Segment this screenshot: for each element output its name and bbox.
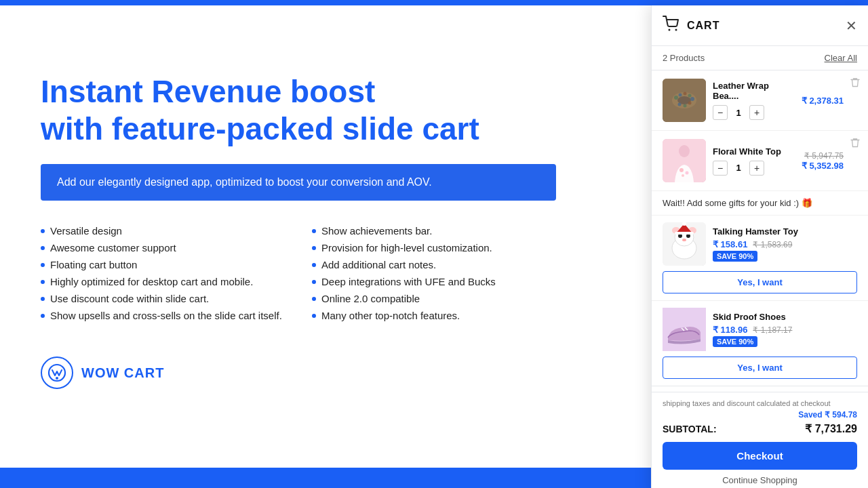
qty-increase-floral[interactable]: +	[749, 161, 764, 176]
qty-value-leather: 1	[733, 108, 744, 118]
feature-item: Show achievements bar.	[312, 222, 556, 239]
save-badge-shoes: SAVE 90%	[713, 336, 757, 347]
cart-item-price-floral: ₹ 5,947.75 ₹ 5,352.98	[802, 151, 857, 171]
cart-footer: shipping taxes and discount calculated a…	[652, 392, 868, 488]
svg-point-12	[688, 102, 692, 105]
svg-point-11	[690, 97, 694, 101]
gift-item-row-hamster: Talking Hamster Toy ₹ 158.61 ₹ 1,583.69 …	[663, 222, 857, 266]
bullet-icon	[312, 280, 316, 284]
cart-item-details-leather: Leather Wrap Bea.... − 1 +	[713, 81, 795, 120]
svg-point-9	[684, 92, 687, 96]
feature-item: Use discount code within slide cart.	[41, 290, 285, 307]
gift-item-image-hamster	[663, 222, 706, 266]
subtitle-bar: Add our elegantly designed app, optimize…	[41, 164, 556, 201]
top-bar	[0, 0, 868, 5]
bullet-icon	[41, 246, 45, 250]
feature-item: Many other top-notch features.	[312, 307, 556, 324]
gift-item-details-hamster: Talking Hamster Toy ₹ 158.61 ₹ 1,583.69 …	[713, 226, 857, 262]
qty-control-floral: − 1 +	[713, 161, 795, 176]
cart-subheader: 2 Products Clear All	[652, 46, 868, 70]
feature-col-left: Versatile design Awesome customer suppor…	[41, 222, 285, 324]
svg-point-14	[678, 103, 682, 106]
brand-footer: WOW CART	[41, 357, 610, 389]
svg-point-1	[56, 377, 58, 380]
checkout-button[interactable]: Checkout	[663, 442, 857, 470]
svg-point-27	[682, 239, 686, 241]
cart-item-price-leather: ₹ 2,378.31	[802, 94, 857, 106]
svg-point-10	[688, 94, 692, 98]
cart-body: Leather Wrap Bea.... − 1 + ₹ 2,378.31	[652, 70, 868, 392]
bullet-icon	[312, 297, 316, 301]
yes-i-want-shoes[interactable]: Yes, I want	[663, 357, 857, 379]
cart-item-name-floral: Floral White Top	[713, 146, 795, 157]
svg-point-18	[686, 171, 689, 175]
bullet-icon	[41, 229, 45, 233]
cart-header-left: CART	[663, 16, 719, 36]
cart-header: CART ✕	[652, 5, 868, 46]
gift-item-details-shoes: Skid Proof Shoes ₹ 118.96 ₹ 1,187.17 SAV…	[713, 312, 857, 347]
svg-point-19	[682, 174, 684, 177]
bottom-bar	[0, 468, 651, 488]
feature-item: Awesome customer support	[41, 239, 285, 256]
cart-close-button[interactable]: ✕	[846, 18, 857, 34]
cart-item-leather: Leather Wrap Bea.... − 1 + ₹ 2,378.31	[652, 70, 868, 131]
feature-item: Provision for high-level customization.	[312, 239, 556, 256]
cart-item-image-floral	[663, 139, 706, 182]
clear-all-button[interactable]: Clear All	[825, 53, 857, 63]
feature-item: Deep integrations with UFE and Bucks	[312, 273, 556, 290]
feature-item: Online 2.0 compatible	[312, 290, 556, 307]
cart-panel: CART ✕ 2 Products Clear All	[651, 5, 868, 488]
bullet-icon	[41, 280, 45, 284]
qty-increase-leather[interactable]: +	[749, 105, 764, 120]
bullet-icon	[41, 263, 45, 267]
cart-item-image-leather	[663, 79, 706, 122]
svg-point-3	[675, 28, 677, 30]
main-headline: Instant Revenue boost with feature-packe…	[41, 73, 610, 148]
qty-decrease-floral[interactable]: −	[713, 161, 728, 176]
delete-item-floral[interactable]	[850, 138, 860, 150]
svg-point-8	[679, 94, 682, 97]
feature-item: Floating cart button	[41, 256, 285, 273]
feature-item: Highly optimized for desktop cart and mo…	[41, 273, 285, 290]
gift-item-row-shoes: Skid Proof Shoes ₹ 118.96 ₹ 1,187.17 SAV…	[663, 308, 857, 351]
qty-decrease-leather[interactable]: −	[713, 105, 728, 120]
bullet-icon	[312, 263, 316, 267]
continue-shopping-link[interactable]: Continue Shopping	[663, 475, 857, 485]
delete-item-leather[interactable]	[850, 77, 860, 90]
gifts-header: Wait!! Add some gifts for your kid :) 🎁	[652, 191, 868, 215]
svg-point-2	[669, 28, 671, 30]
gift-price-row-shoes: ₹ 118.96 ₹ 1,187.17	[713, 325, 857, 335]
gifts-section: Wait!! Add some gifts for your kid :) 🎁	[652, 191, 868, 386]
yes-i-want-hamster[interactable]: Yes, I want	[663, 271, 857, 293]
main-content: Instant Revenue boost with feature-packe…	[0, 5, 651, 488]
qty-value-floral: 1	[733, 163, 744, 173]
gift-item-name-hamster: Talking Hamster Toy	[713, 226, 857, 237]
cart-item-details-floral: Floral White Top − 1 +	[713, 146, 795, 176]
feature-item: Add additional cart notes.	[312, 256, 556, 273]
bullet-icon	[41, 297, 45, 301]
save-badge-hamster: SAVE 90%	[713, 251, 757, 262]
products-count: 2 Products	[663, 53, 705, 63]
subtotal-row: SUBTOTAL: ₹ 7,731.29	[663, 422, 857, 435]
bullet-icon	[312, 314, 316, 318]
shipping-note: shipping taxes and discount calculated a…	[663, 399, 857, 407]
feature-item: Versatile design	[41, 222, 285, 239]
brand-logo-icon	[41, 357, 73, 389]
gift-item-hamster: Talking Hamster Toy ₹ 158.61 ₹ 1,583.69 …	[652, 215, 868, 300]
svg-point-7	[674, 96, 678, 100]
subtotal-value: ₹ 7,731.29	[805, 422, 857, 435]
gift-item-shoes: Skid Proof Shoes ₹ 118.96 ₹ 1,187.17 SAV…	[652, 300, 868, 386]
gift-item-name-shoes: Skid Proof Shoes	[713, 312, 857, 322]
gift-price-row-hamster: ₹ 158.61 ₹ 1,583.69	[713, 239, 857, 249]
svg-point-17	[679, 168, 684, 172]
svg-rect-28	[675, 232, 694, 235]
brand-name-label: WOW CART	[81, 365, 164, 381]
bullet-icon	[41, 314, 45, 318]
cart-title: CART	[687, 20, 719, 32]
saved-amount: Saved ₹ 594.78	[663, 410, 857, 420]
qty-control-leather: − 1 +	[713, 105, 795, 120]
subtotal-label: SUBTOTAL:	[663, 424, 717, 434]
cart-icon	[663, 16, 680, 36]
bullet-icon	[312, 246, 316, 250]
svg-point-13	[684, 104, 687, 108]
